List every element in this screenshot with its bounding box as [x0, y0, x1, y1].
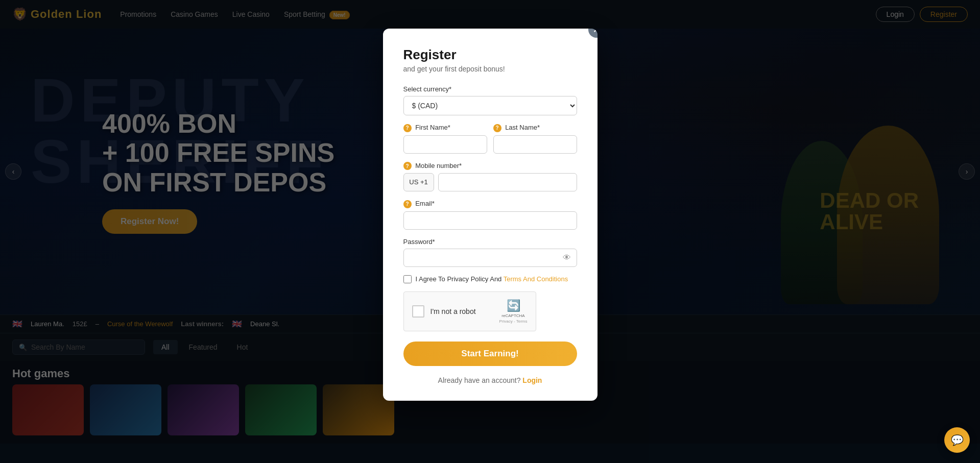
- currency-group: Select currency* $ (CAD) € (EUR) £ (GBP)…: [403, 85, 577, 115]
- first-name-label: ? First Name*: [403, 124, 487, 132]
- recaptcha-brand-text: reCAPTCHA: [501, 313, 524, 319]
- eye-icon[interactable]: 👁: [563, 253, 571, 262]
- last-name-group: ? Last Name*: [493, 124, 577, 154]
- email-group: ? Email*: [403, 200, 577, 230]
- password-input[interactable]: [403, 249, 577, 267]
- name-row: ? First Name* ? Last Name*: [403, 124, 577, 162]
- first-name-input[interactable]: [403, 135, 487, 154]
- login-link[interactable]: Login: [522, 376, 542, 384]
- mobile-label: ? Mobile number*: [403, 162, 577, 170]
- last-name-label: ? Last Name*: [493, 124, 577, 132]
- phone-prefix: US +1: [403, 173, 434, 191]
- recaptcha-icon: 🔄: [507, 299, 520, 312]
- terms-checkbox[interactable]: [403, 275, 412, 283]
- already-account: Already have an account? Login: [403, 376, 577, 384]
- email-help-icon: ?: [403, 200, 412, 208]
- modal-subtitle: and get your first deposit bonus!: [403, 65, 577, 73]
- last-name-help-icon: ?: [493, 124, 501, 132]
- modal-overlay[interactable]: ✕ Register and get your first deposit bo…: [0, 0, 980, 463]
- first-name-help-icon: ?: [403, 124, 412, 132]
- password-label: Password*: [403, 238, 577, 246]
- recaptcha-links: Privacy - Terms: [499, 319, 528, 324]
- modal-close-button[interactable]: ✕: [588, 29, 597, 38]
- mobile-help-icon: ?: [403, 162, 412, 170]
- recaptcha-label: I'm not a robot: [431, 307, 493, 315]
- register-modal: ✕ Register and get your first deposit bo…: [383, 29, 597, 401]
- currency-label: Select currency*: [403, 85, 577, 93]
- terms-link[interactable]: Terms And Conditions: [504, 275, 568, 283]
- email-label: ? Email*: [403, 200, 577, 208]
- phone-row: US +1: [403, 173, 577, 191]
- chat-widget[interactable]: 💬: [944, 427, 970, 453]
- checkbox-label: I Agree To Privacy Policy And Terms And …: [416, 275, 568, 283]
- recaptcha-logo: 🔄 reCAPTCHA Privacy - Terms: [499, 299, 528, 324]
- recaptcha-check: [412, 305, 424, 318]
- start-earning-button[interactable]: Start Earning!: [403, 342, 577, 366]
- password-group: Password* 👁: [403, 238, 577, 267]
- first-name-group: ? First Name*: [403, 124, 487, 154]
- recaptcha-box[interactable]: I'm not a robot 🔄 reCAPTCHA Privacy - Te…: [403, 291, 536, 332]
- chat-icon: 💬: [951, 434, 964, 446]
- modal-title: Register: [403, 47, 577, 63]
- currency-select[interactable]: $ (CAD) € (EUR) £ (GBP) $ (USD): [403, 96, 577, 115]
- email-input[interactable]: [403, 211, 577, 230]
- phone-input[interactable]: [438, 173, 577, 191]
- password-wrapper: 👁: [403, 249, 577, 267]
- mobile-group: ? Mobile number* US +1: [403, 162, 577, 192]
- last-name-input[interactable]: [493, 135, 577, 154]
- terms-checkbox-row: I Agree To Privacy Policy And Terms And …: [403, 275, 577, 283]
